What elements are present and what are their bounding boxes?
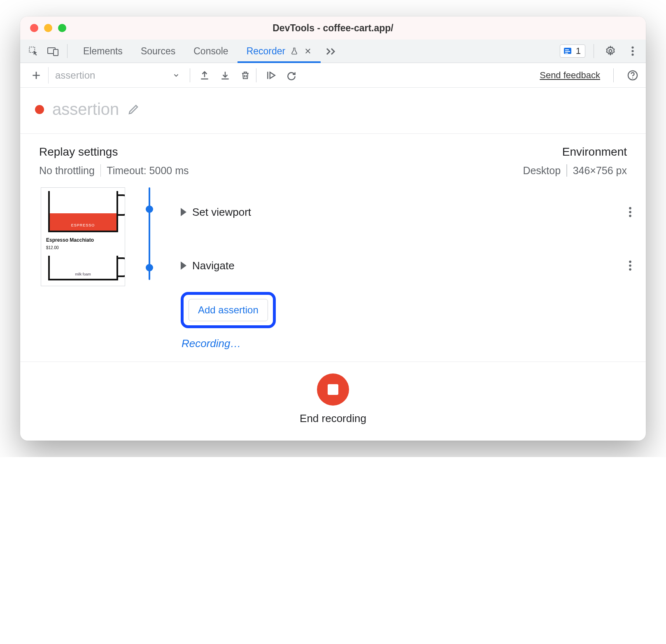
tab-recorder[interactable]: Recorder <box>238 40 321 63</box>
step-set-viewport[interactable]: Set viewport <box>140 197 646 227</box>
environment-heading: Environment <box>562 145 627 159</box>
svg-point-4 <box>609 50 612 53</box>
window-title: DevTools - coffee-cart.app/ <box>272 23 394 34</box>
svg-point-13 <box>629 261 631 263</box>
recording-status: Recording… <box>182 337 646 350</box>
settings-icon[interactable] <box>602 43 619 59</box>
recording-header: assertion <box>20 88 646 134</box>
thumbnail-item-name: Espresso Macchiato <box>46 237 121 243</box>
recording-name: assertion <box>52 100 119 119</box>
window-zoom-button[interactable] <box>58 24 66 32</box>
new-recording-button[interactable] <box>28 68 45 82</box>
settings-row: Replay settings No throttling Timeout: 5… <box>20 134 646 187</box>
page-thumbnail: ESPRESSO Espresso Macchiato $12.00 milk … <box>41 187 125 286</box>
svg-point-15 <box>629 268 631 271</box>
window-minimize-button[interactable] <box>44 24 52 32</box>
flask-icon <box>290 47 298 56</box>
chevron-down-icon <box>172 72 180 79</box>
more-tabs-button[interactable] <box>321 40 342 63</box>
step-label: Navigate <box>192 259 235 272</box>
window-titlebar: DevTools - coffee-cart.app/ <box>20 16 646 40</box>
add-assertion-highlight: Add assertion <box>181 292 276 328</box>
step-replay-icon[interactable] <box>265 70 276 81</box>
devtools-window: DevTools - coffee-cart.app/ Elements Sou… <box>20 16 646 441</box>
viewport-value: 346×756 px <box>573 165 627 177</box>
device-value: Desktop <box>523 165 561 177</box>
svg-point-6 <box>631 50 633 52</box>
separator <box>613 68 614 82</box>
step-menu-icon[interactable] <box>629 260 632 271</box>
window-close-button[interactable] <box>30 24 38 32</box>
step-label: Set viewport <box>192 206 251 219</box>
thumbnail-cup-2: milk foam <box>48 256 118 280</box>
separator <box>256 68 256 82</box>
devtools-tabstrip: Elements Sources Console Recorder 1 <box>20 40 646 63</box>
close-tab-icon[interactable] <box>304 47 312 55</box>
tab-label: Recorder <box>247 46 286 57</box>
tab-label: Console <box>193 46 228 57</box>
traffic-lights <box>30 24 66 32</box>
separator <box>67 44 68 58</box>
svg-point-9 <box>632 77 633 78</box>
recording-timeline: ESPRESSO Espresso Macchiato $12.00 milk … <box>20 187 646 362</box>
separator <box>190 68 190 82</box>
separator <box>100 164 101 177</box>
timeout-value[interactable]: Timeout: 5000 ms <box>107 165 189 177</box>
recording-footer: End recording <box>20 362 646 441</box>
step-navigate[interactable]: Navigate <box>140 251 646 280</box>
replay-icon[interactable] <box>286 70 297 81</box>
svg-point-5 <box>631 47 633 49</box>
export-icon[interactable] <box>199 70 210 81</box>
stop-icon <box>328 384 338 395</box>
more-menu-icon[interactable] <box>624 43 641 59</box>
replay-settings: Replay settings No throttling Timeout: 5… <box>39 145 189 177</box>
tab-label: Elements <box>83 46 123 57</box>
recorder-toolbar: assertion Send feedback <box>20 63 646 88</box>
tab-label: Sources <box>141 46 175 57</box>
tab-console[interactable]: Console <box>184 40 237 63</box>
expand-triangle-icon <box>181 261 186 270</box>
help-icon[interactable] <box>627 70 638 81</box>
selected-recording-name: assertion <box>55 70 95 81</box>
thumbnail-cup-1: ESPRESSO <box>48 191 118 232</box>
recording-indicator-icon <box>35 105 44 114</box>
svg-point-10 <box>629 207 631 210</box>
delete-icon[interactable] <box>240 70 250 81</box>
environment-settings: Environment Desktop 346×756 px <box>523 145 627 177</box>
issues-badge[interactable]: 1 <box>560 44 585 58</box>
tab-elements[interactable]: Elements <box>74 40 132 63</box>
send-feedback-link[interactable]: Send feedback <box>540 70 600 81</box>
inspect-element-icon[interactable] <box>25 43 42 59</box>
device-toolbar-icon[interactable] <box>45 43 61 59</box>
tab-sources[interactable]: Sources <box>132 40 184 63</box>
expand-triangle-icon <box>181 208 186 216</box>
end-recording-label: End recording <box>300 412 366 425</box>
svg-point-14 <box>629 264 631 267</box>
timeline-node <box>146 264 153 271</box>
svg-rect-2 <box>54 49 58 56</box>
thumbnail-cup2-label: milk foam <box>50 272 116 276</box>
replay-settings-heading: Replay settings <box>39 145 189 159</box>
edit-name-icon[interactable] <box>127 103 140 116</box>
issues-count: 1 <box>576 46 581 56</box>
svg-point-11 <box>629 211 631 213</box>
thumbnail-cup-label: ESPRESSO <box>50 223 116 227</box>
separator <box>566 164 567 177</box>
svg-point-12 <box>629 215 631 217</box>
step-menu-icon[interactable] <box>629 206 632 218</box>
throttling-value[interactable]: No throttling <box>39 165 95 177</box>
recording-select[interactable]: assertion <box>48 67 184 84</box>
add-assertion-button[interactable]: Add assertion <box>189 299 268 321</box>
timeline-node <box>146 205 153 213</box>
separator <box>594 44 594 58</box>
end-recording-button[interactable] <box>317 373 349 406</box>
import-icon[interactable] <box>220 70 231 81</box>
thumbnail-item-price: $12.00 <box>46 245 121 250</box>
svg-point-7 <box>631 54 633 56</box>
